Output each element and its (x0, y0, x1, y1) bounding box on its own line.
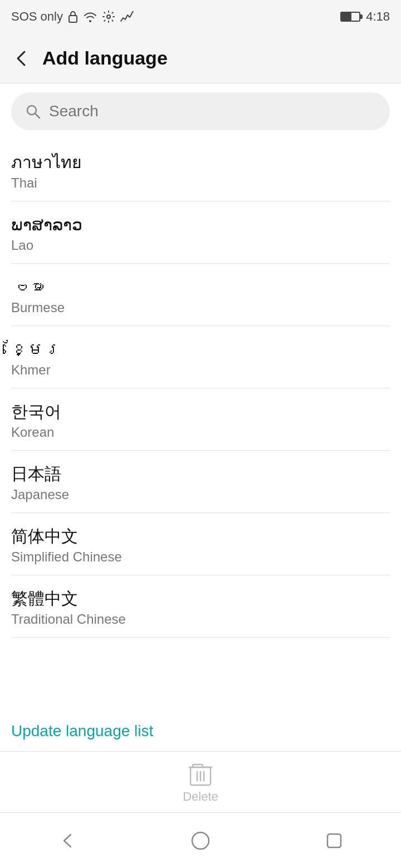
svg-rect-7 (327, 834, 341, 847)
language-native-name: ภาษาไทย (11, 151, 390, 173)
delete-icon[interactable] (188, 761, 213, 787)
search-input[interactable] (49, 102, 376, 120)
delete-label: Delete (183, 790, 218, 804)
language-english-name: Korean (11, 425, 390, 440)
language-english-name: Burmese (11, 300, 390, 315)
status-right: 4:18 (340, 9, 390, 24)
search-icon (25, 103, 41, 120)
list-item[interactable]: ภาษาไทยThai (11, 139, 390, 201)
language-english-name: Traditional Chinese (11, 611, 390, 627)
search-bar[interactable] (11, 92, 390, 130)
language-english-name: Thai (11, 175, 390, 191)
list-item[interactable]: 日本語Japanese (11, 451, 390, 513)
list-item[interactable]: ဗမာBurmese (11, 264, 390, 326)
header: Add language (0, 33, 401, 83)
language-native-name: 한국어 (11, 401, 390, 422)
recents-nav-button[interactable] (324, 830, 345, 851)
home-nav-button[interactable] (190, 830, 211, 851)
language-list: ภาษาไทยThaiພາສາລາວLaoဗမာBurmeseខ្មែរKhme… (0, 139, 401, 707)
list-item[interactable]: 简体中文Simplified Chinese (11, 513, 390, 575)
nav-bar (0, 812, 401, 868)
language-english-name: Japanese (11, 487, 390, 502)
list-item[interactable]: 한국어Korean (11, 388, 390, 451)
language-native-name: 日本語 (11, 463, 390, 485)
list-item[interactable]: ខ្មែរKhmer (11, 326, 390, 388)
battery-icon (340, 12, 361, 22)
language-native-name: ខ្មែរ (11, 338, 390, 360)
svg-point-6 (192, 832, 209, 849)
back-nav-button[interactable] (56, 830, 77, 851)
settings-icon (102, 10, 115, 23)
page-title: Add language (42, 47, 168, 69)
language-native-name: 繁體中文 (11, 588, 390, 609)
language-native-name: 简体中文 (11, 525, 390, 547)
svg-point-1 (107, 15, 110, 18)
lock-icon (67, 11, 79, 23)
sos-text: SOS only (11, 9, 63, 24)
language-english-name: Khmer (11, 362, 390, 378)
list-item[interactable]: ພາສາລາວLao (11, 201, 390, 264)
delete-bar: Delete (0, 751, 401, 812)
back-button[interactable] (11, 48, 31, 68)
search-container (0, 83, 401, 139)
list-item[interactable]: 繁體中文Traditional Chinese (11, 575, 390, 638)
language-native-name: ພາສາລາວ (11, 214, 390, 235)
status-bar: SOS only 4:18 (0, 0, 401, 33)
svg-rect-0 (69, 16, 77, 22)
time-display: 4:18 (366, 9, 390, 24)
wifi-icon (83, 11, 97, 22)
svg-line-3 (35, 114, 40, 118)
language-native-name: ဗမာ (11, 276, 390, 298)
update-language-link[interactable]: Update language list (0, 707, 401, 751)
language-english-name: Simplified Chinese (11, 549, 390, 565)
signal-icon (120, 11, 134, 22)
language-english-name: Lao (11, 238, 390, 253)
status-left: SOS only (11, 9, 134, 24)
